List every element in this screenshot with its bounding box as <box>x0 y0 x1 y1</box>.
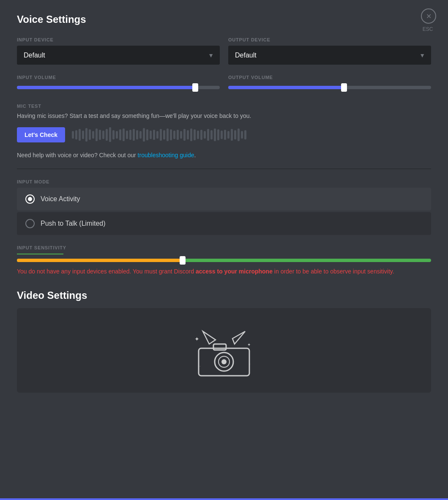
bottom-accent-bar <box>0 498 448 500</box>
voice-activity-radio-inner <box>28 197 32 201</box>
output-volume-thumb[interactable] <box>341 83 347 92</box>
input-mode-section: INPUT MODE Voice Activity Push to Talk (… <box>17 179 431 235</box>
output-device-col: OUTPUT DEVICE Default Speakers (Realtek)… <box>228 37 431 65</box>
input-sensitivity-section: INPUT SENSITIVITY You do not have any in… <box>17 245 431 276</box>
troubleshoot-prefix: Need help with voice or video? Check out… <box>17 152 138 158</box>
error-suffix: in order to be able to observe input sen… <box>273 268 394 275</box>
voice-activity-option[interactable]: Voice Activity <box>17 188 431 210</box>
output-volume-fill <box>228 86 344 89</box>
mic-test-description: Having mic issues? Start a test and say … <box>17 112 431 120</box>
device-selects-row: INPUT DEVICE Default Microphone (Realtek… <box>17 37 431 65</box>
troubleshoot-suffix: . <box>194 152 196 158</box>
output-device-select-wrapper: Default Speakers (Realtek) Headphones ▼ <box>228 46 431 65</box>
svg-point-10 <box>221 359 227 364</box>
output-volume-track <box>228 86 431 89</box>
input-device-col: INPUT DEVICE Default Microphone (Realtek… <box>17 37 220 65</box>
waveform-display <box>72 126 431 143</box>
input-volume-slider[interactable] <box>17 84 220 91</box>
close-button[interactable]: ✕ <box>421 8 436 24</box>
svg-text:·: · <box>199 364 200 368</box>
svg-marker-4 <box>203 331 216 344</box>
output-device-select[interactable]: Default Speakers (Realtek) Headphones <box>228 46 431 65</box>
sensitivity-thumb[interactable] <box>180 256 186 265</box>
input-volume-thumb[interactable] <box>192 83 198 92</box>
input-device-label: INPUT DEVICE <box>17 37 220 42</box>
video-settings-title: Video Settings <box>17 290 431 301</box>
input-sensitivity-label: INPUT SENSITIVITY <box>17 245 431 250</box>
push-to-talk-radio <box>25 219 35 228</box>
page-container: ✕ ESC Voice Settings INPUT DEVICE Defaul… <box>0 0 448 410</box>
input-mode-label: INPUT MODE <box>17 179 431 184</box>
sensitivity-slider-track[interactable] <box>17 259 431 262</box>
lets-check-button[interactable]: Let's Check <box>17 127 65 142</box>
output-volume-col: OUTPUT VOLUME <box>228 75 431 91</box>
error-prefix: You do not have any input devices enable… <box>17 268 196 275</box>
output-volume-label: OUTPUT VOLUME <box>228 75 431 80</box>
svg-text:✦: ✦ <box>194 336 199 342</box>
svg-text:·: · <box>249 362 250 366</box>
input-volume-track <box>17 86 220 89</box>
voice-activity-label: Voice Activity <box>41 195 80 203</box>
input-volume-fill <box>17 86 195 89</box>
sensitivity-error-text: You do not have any input devices enable… <box>17 267 431 276</box>
camera-icon: ✦ ✦ · · <box>190 321 258 380</box>
mic-test-label: MIC TEST <box>17 104 431 109</box>
input-volume-col: INPUT VOLUME <box>17 75 220 91</box>
mic-test-row: Let's Check <box>17 126 431 143</box>
section-divider <box>17 169 431 169</box>
close-icon: ✕ <box>426 12 432 20</box>
input-device-select[interactable]: Default Microphone (Realtek) Headset Mic… <box>17 46 220 65</box>
error-bold: access to your microphone <box>196 268 273 275</box>
page-title: Voice Settings <box>17 14 431 25</box>
output-device-label: OUTPUT DEVICE <box>228 37 431 42</box>
input-device-select-wrapper: Default Microphone (Realtek) Headset Mic… <box>17 46 220 65</box>
svg-marker-5 <box>232 331 245 344</box>
svg-rect-3 <box>213 344 226 350</box>
voice-activity-radio <box>25 194 35 204</box>
sensitivity-left-fill <box>17 259 183 262</box>
sensitivity-underline <box>17 254 63 254</box>
esc-label: ESC <box>420 26 435 32</box>
troubleshoot-link[interactable]: troubleshooting guide <box>138 152 194 158</box>
output-volume-slider[interactable] <box>228 84 431 91</box>
input-volume-label: INPUT VOLUME <box>17 75 220 80</box>
mic-test-section: MIC TEST Having mic issues? Start a test… <box>17 104 431 143</box>
video-preview: ✦ ✦ · · <box>17 308 431 393</box>
push-to-talk-label: Push to Talk (Limited) <box>41 220 106 227</box>
svg-text:✦: ✦ <box>247 342 251 347</box>
volume-section: INPUT VOLUME OUTPUT VOLUME <box>17 75 431 93</box>
push-to-talk-option[interactable]: Push to Talk (Limited) <box>17 212 431 235</box>
troubleshoot-text: Need help with voice or video? Check out… <box>17 152 431 158</box>
